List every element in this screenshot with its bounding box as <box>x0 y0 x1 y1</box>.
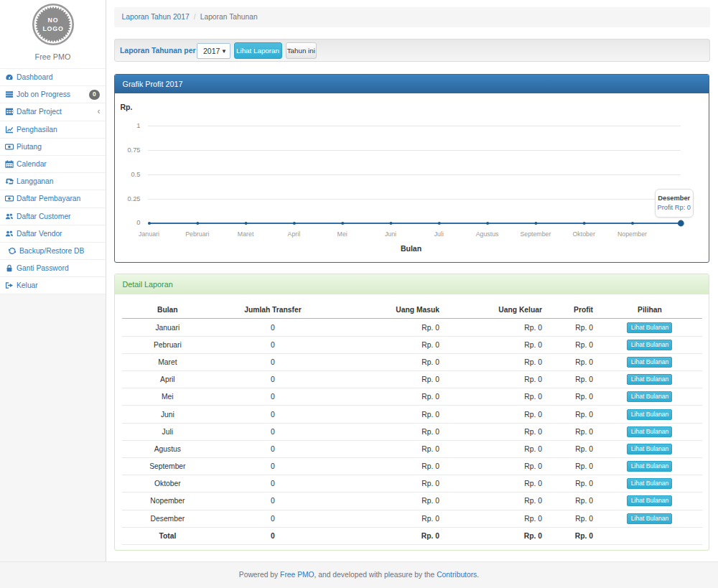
svg-text:LOGO: LOGO <box>42 25 63 32</box>
svg-text:NO: NO <box>47 17 58 24</box>
